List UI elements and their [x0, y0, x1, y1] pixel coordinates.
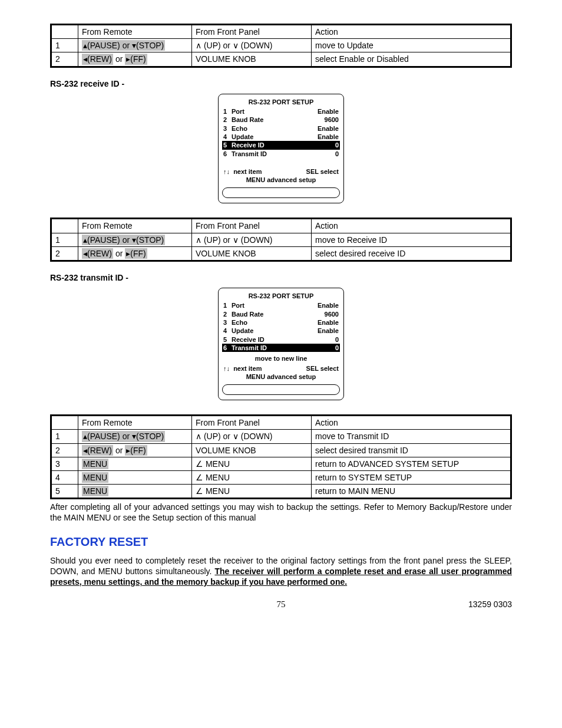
instruction-table-transmit: From Remote From Front Panel Action 1 ▴(…: [50, 414, 512, 499]
lcd-row: 6Transmit ID0: [222, 150, 340, 158]
cell-remote: ▴(PAUSE) or ▾(STOP): [78, 39, 192, 52]
table-row: 1 ▴(PAUSE) or ▾(STOP) ∧ (UP) or ∨ (DOWN)…: [51, 233, 511, 246]
lcd-row: 1PortEnable: [222, 107, 340, 116]
lcd-slot: [222, 384, 340, 395]
table-row: 2 ◂(REW) or ▸(FF) VOLUME KNOB select des…: [51, 246, 511, 261]
table-row: 3 MENU ∠ MENU return to ADVANCED SYSTEM …: [51, 457, 511, 470]
lcd-row: 2Baud Rate9600: [222, 310, 340, 318]
document-number: 13259 0303: [468, 599, 512, 610]
lcd-row: 5Receive ID0: [222, 141, 340, 149]
header-action: Action: [312, 25, 511, 39]
lcd-row: 5Receive ID0: [222, 335, 340, 344]
page-number: 75: [277, 599, 286, 611]
table-header: From Remote From Front Panel Action: [51, 219, 511, 233]
cell-action: select Enable or Disabled: [312, 52, 511, 67]
lcd-screen-receive: RS-232 PORT SETUP 1PortEnable2Baud Rate9…: [218, 94, 344, 204]
factory-reset-paragraph: Should you ever need to completely reset…: [50, 555, 512, 588]
table-row: 4 MENU ∠ MENU return to SYSTEM SETUP: [51, 470, 511, 484]
hint-move: move to new line: [222, 354, 340, 363]
table-header: From Remote From Front Panel Action: [51, 416, 511, 430]
page-footer: 75 13259 0303: [50, 599, 512, 611]
instruction-table-receive: From Remote From Front Panel Action 1 ▴(…: [50, 218, 512, 262]
table-row: 1 ▴(PAUSE) or ▾(STOP) ∧ (UP) or ∨ (DOWN)…: [51, 430, 511, 443]
header-blank: [51, 25, 78, 39]
lcd-row: 3EchoEnable: [222, 318, 340, 327]
hint-sel: SEL select: [306, 167, 339, 176]
factory-reset-heading: FACTORY RESET: [50, 534, 512, 549]
label-transmit-id: RS-232 transmit ID -: [50, 272, 512, 283]
hint-sel: SEL select: [306, 364, 339, 373]
cell-action: move to Update: [312, 39, 511, 52]
lcd-screen-transmit: RS-232 PORT SETUP 1PortEnable2Baud Rate9…: [218, 288, 344, 400]
lcd-row: 3EchoEnable: [222, 124, 340, 133]
after-completing-paragraph: After completing all of your advanced se…: [50, 502, 512, 523]
lcd-row: 4UpdateEnable: [222, 133, 340, 141]
cell-front: VOLUME KNOB: [192, 52, 312, 67]
hint-menu: MENU advanced setup: [222, 373, 340, 381]
lcd-row: 4UpdateEnable: [222, 327, 340, 335]
table-row: 2 ◂(REW) or ▸(FF) VOLUME KNOB select des…: [51, 443, 511, 457]
lcd-row: 2Baud Rate9600: [222, 116, 340, 124]
lcd-row: 1PortEnable: [222, 301, 340, 309]
updown-icon: ↑↓: [223, 168, 230, 175]
label-receive-id: RS-232 receive ID -: [50, 78, 512, 89]
row-index: 1: [51, 39, 78, 52]
row-index: 2: [51, 52, 78, 67]
header-remote: From Remote: [78, 25, 192, 39]
table-header: From Remote From Front Panel Action: [51, 25, 511, 39]
lcd-title: RS-232 PORT SETUP: [222, 98, 340, 106]
lcd-slot: [222, 187, 340, 198]
cell-remote: ◂(REW) or ▸(FF): [78, 52, 192, 67]
hint-next: next item: [233, 168, 262, 175]
updown-icon: ↑↓: [223, 365, 230, 372]
lcd-row: 6Transmit ID0: [222, 344, 340, 352]
table-row: 1 ▴(PAUSE) or ▾(STOP) ∧ (UP) or ∨ (DOWN)…: [51, 39, 511, 52]
instruction-table-update: From Remote From Front Panel Action 1 ▴(…: [50, 24, 512, 68]
header-front: From Front Panel: [192, 25, 312, 39]
hint-next: next item: [233, 365, 262, 372]
table-row: 2 ◂(REW) or ▸(FF) VOLUME KNOB select Ena…: [51, 52, 511, 67]
cell-front: ∧ (UP) or ∨ (DOWN): [192, 39, 312, 52]
lcd-title: RS-232 PORT SETUP: [222, 292, 340, 300]
hint-menu: MENU advanced setup: [222, 176, 340, 184]
table-row: 5 MENU ∠ MENU return to MAIN MENU: [51, 485, 511, 499]
